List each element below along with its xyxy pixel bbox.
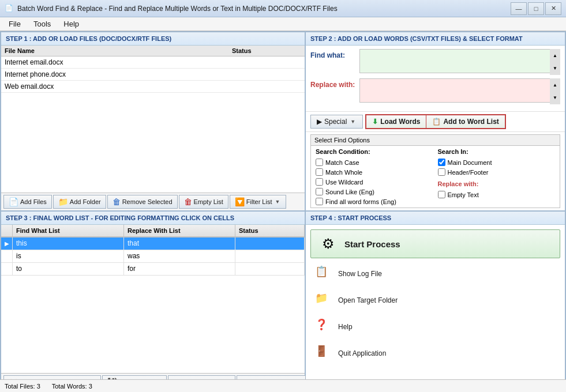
close-button[interactable]: ✕: [545, 2, 561, 15]
sound-like-label: Sound Like (Eng): [325, 189, 374, 195]
filter-list-button[interactable]: 🔽 Filter List ▼: [230, 195, 287, 209]
find-word[interactable]: is: [13, 250, 124, 262]
load-words-button[interactable]: ⬇ Load Words: [366, 115, 426, 128]
replace-word[interactable]: for: [124, 263, 235, 275]
replace-scroll-down[interactable]: ▼: [550, 92, 560, 105]
replace-with-row: Replace with: ▲ ▼: [310, 78, 560, 104]
row-arrow: ▶: [1, 238, 13, 250]
special-button[interactable]: ▶ Special ▼: [310, 115, 363, 129]
step1-panel: STEP 1 : ADD OR LOAD FILES (DOC/DOCX/RTF…: [0, 31, 306, 212]
add-to-list-icon: 📋: [432, 118, 441, 126]
match-case-label: Match Case: [325, 159, 359, 166]
file-row[interactable]: Web email.docx: [1, 81, 305, 93]
file-list-header: File Name Status: [1, 46, 305, 56]
match-whole-label: Match Whole: [325, 169, 362, 176]
sound-like-row: Sound Like (Eng): [316, 188, 433, 195]
search-in-header: Search In:: [438, 148, 556, 155]
file-row[interactable]: Internet email.docx: [1, 56, 305, 69]
word-row[interactable]: to for: [1, 263, 305, 276]
word-row[interactable]: is was: [1, 250, 305, 263]
step4-header: STEP 4 : START PROCESS: [306, 212, 565, 225]
special-label: Special: [324, 118, 347, 126]
step3-panel: STEP 3 : FINAL WORD LIST - FOR EDITING F…: [0, 212, 306, 392]
filter-dropdown-arrow: ▼: [273, 199, 281, 205]
header-footer-label: Header/Footer: [448, 169, 489, 176]
row-arrow: [1, 263, 13, 275]
filter-list-label: Filter List: [246, 198, 272, 205]
replace-scroll-up[interactable]: ▲: [550, 78, 560, 92]
replace-word[interactable]: that: [124, 238, 235, 250]
find-scroll-down[interactable]: ▼: [550, 62, 560, 76]
app-icon: 📄: [5, 4, 14, 13]
window-controls: — □ ✕: [511, 2, 561, 15]
replace-with-wrapper: ▲ ▼: [359, 78, 560, 104]
main-document-label: Main Document: [448, 159, 492, 166]
quit-icon: 🚪: [315, 345, 332, 362]
find-what-row: Find what: ▲ ▼: [310, 49, 560, 75]
empty-text-row: Empty Text: [438, 191, 556, 198]
header-footer-checkbox[interactable]: [438, 168, 445, 176]
find-scroll-up[interactable]: ▲: [550, 49, 560, 62]
menu-tools[interactable]: Tools: [27, 18, 57, 30]
add-to-list-label: Add to Word List: [443, 118, 498, 126]
maximize-button[interactable]: □: [528, 2, 544, 15]
open-target-button[interactable]: 📁 Open Target Folder: [310, 289, 560, 311]
main-document-row: Main Document: [438, 159, 556, 166]
title-bar: 📄 Batch Word Find & Replace - Find and R…: [0, 0, 566, 17]
quit-button[interactable]: 🚪 Quit Application: [310, 342, 560, 364]
word-row[interactable]: ▶ this that: [1, 238, 305, 250]
minimize-button[interactable]: —: [511, 2, 527, 15]
add-files-label: Add Files: [20, 198, 47, 205]
start-process-button[interactable]: ⚙ Start Process: [310, 229, 560, 258]
empty-list-button[interactable]: 🗑 Empty List: [179, 195, 228, 209]
help-icon: ❓: [315, 318, 332, 336]
file-status: [232, 82, 301, 91]
word-list-header: Find What List Replace With List Status: [1, 225, 305, 238]
replace-with-input[interactable]: [359, 78, 560, 103]
find-all-forms-checkbox[interactable]: [316, 198, 323, 205]
menu-help[interactable]: Help: [57, 18, 85, 30]
step2-panel: STEP 2 : ADD OR LOAD WORDS (CSV/TXT FILE…: [306, 31, 566, 212]
add-folder-icon: 📁: [58, 197, 68, 206]
add-files-icon: 📄: [9, 197, 18, 206]
empty-list-icon: 🗑: [184, 197, 192, 206]
file-list: File Name Status Internet email.docx Int…: [1, 46, 305, 193]
empty-text-label: Empty Text: [448, 191, 479, 198]
help-button[interactable]: ❓ Help: [310, 316, 560, 338]
header-footer-row: Header/Footer: [438, 168, 556, 176]
sound-like-checkbox[interactable]: [316, 188, 323, 195]
use-wildcard-label: Use Wildcard: [325, 179, 363, 186]
find-what-input[interactable]: [359, 49, 560, 73]
empty-list-label: Empty List: [194, 198, 223, 205]
word-status: [235, 250, 305, 262]
main-content: STEP 1 : ADD OR LOAD FILES (DOC/DOCX/RTF…: [0, 31, 566, 392]
remove-selected-button[interactable]: 🗑 Remove Selected: [107, 195, 178, 209]
add-to-list-button[interactable]: 📋 Add to Word List: [426, 115, 504, 128]
use-wildcard-checkbox[interactable]: [316, 178, 323, 186]
add-files-button[interactable]: 📄 Add Files: [3, 195, 52, 209]
replace-word[interactable]: was: [124, 250, 235, 262]
step2-content: Find what: ▲ ▼ Replace with: ▲ ▼: [306, 46, 565, 111]
find-word[interactable]: this: [13, 238, 124, 250]
row-arrow: [1, 250, 13, 262]
match-case-checkbox[interactable]: [316, 159, 323, 166]
add-folder-label: Add Folder: [70, 198, 101, 205]
match-whole-row: Match Whole: [316, 168, 433, 176]
load-words-icon: ⬇: [372, 118, 378, 126]
use-wildcard-row: Use Wildcard: [316, 178, 433, 186]
find-options-header: Select Find Options: [311, 135, 560, 146]
file-row[interactable]: Internet phone.docx: [1, 69, 305, 81]
step3-header: STEP 3 : FINAL WORD LIST - FOR EDITING F…: [1, 212, 305, 225]
menu-file[interactable]: File: [2, 18, 27, 30]
show-log-button[interactable]: 📋 Show Log File: [310, 263, 560, 285]
replace-with-sub-header: Replace with:: [438, 180, 556, 187]
main-document-checkbox[interactable]: [438, 159, 445, 166]
find-what-label: Find what:: [310, 49, 359, 59]
match-whole-checkbox[interactable]: [316, 168, 323, 176]
add-folder-button[interactable]: 📁 Add Folder: [53, 195, 106, 209]
total-words-status: Total Words: 3: [52, 383, 92, 390]
find-word[interactable]: to: [13, 263, 124, 275]
empty-text-checkbox[interactable]: [438, 191, 445, 198]
replace-with-list-header: Replace With List: [124, 225, 235, 236]
search-condition-header: Search Condition:: [316, 148, 433, 155]
